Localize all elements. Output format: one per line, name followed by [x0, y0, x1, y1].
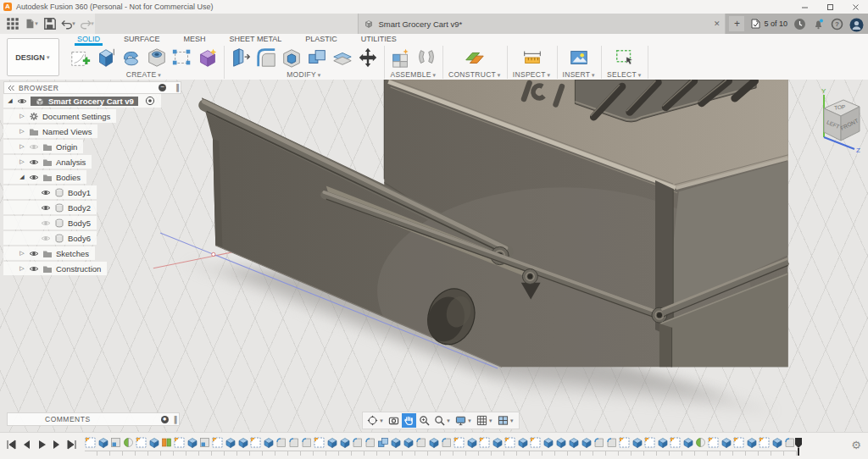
- avatar[interactable]: [849, 18, 862, 30]
- ribbon-group-label[interactable]: CREATE ▼: [126, 70, 163, 79]
- ribbon-tab-surface[interactable]: SURFACE: [121, 34, 163, 46]
- timeline-extrude-icon[interactable]: [225, 437, 236, 448]
- timeline-sketch-icon[interactable]: [733, 437, 744, 448]
- node-label[interactable]: Named Views: [42, 127, 92, 136]
- redo-icon[interactable]: ▼: [80, 16, 95, 31]
- node-label[interactable]: Body1: [68, 188, 91, 197]
- expander-closed-icon[interactable]: ▷: [19, 113, 25, 119]
- node-label[interactable]: Body5: [68, 218, 91, 228]
- expander-closed-icon[interactable]: ▷: [19, 250, 25, 257]
- timeline-fillet-icon[interactable]: [352, 437, 363, 448]
- timeline-sketch-icon[interactable]: [479, 437, 490, 448]
- nav-fit-icon[interactable]: ▼: [432, 413, 453, 428]
- visibility-eye-icon[interactable]: [41, 219, 51, 227]
- ribbon-group-label[interactable]: ASSEMBLE ▼: [390, 70, 437, 79]
- job-status[interactable]: 5 of 10: [750, 19, 787, 29]
- node[interactable]: Named Views: [29, 127, 92, 136]
- view-cube[interactable]: Y Z TOP LEFT FRONT: [805, 85, 866, 154]
- visibility-eye-icon[interactable]: [29, 174, 39, 181]
- expander-closed-icon[interactable]: ▷: [19, 143, 25, 150]
- timeline-extrude-icon[interactable]: [237, 437, 248, 448]
- timeline-mirror-icon[interactable]: [123, 437, 134, 448]
- construct-plane-icon[interactable]: [464, 47, 486, 69]
- ribbon-group-label[interactable]: MODIFY ▼: [287, 70, 322, 79]
- undo-icon[interactable]: ▼: [61, 16, 76, 31]
- browser-header[interactable]: BROWSER − ▐: [3, 81, 181, 94]
- timeline-sketch-icon[interactable]: [174, 437, 185, 448]
- clock-icon[interactable]: [793, 18, 806, 30]
- node-label[interactable]: Construction: [56, 264, 101, 274]
- ribbon-tab-sheet-metal[interactable]: SHEET METAL: [227, 34, 285, 46]
- timeline-combine-icon[interactable]: [377, 437, 388, 448]
- split-icon[interactable]: [331, 47, 353, 69]
- ribbon-group-label[interactable]: SELECT ▼: [607, 70, 643, 79]
- node[interactable]: Body2: [54, 203, 91, 213]
- timeline-extrude-icon[interactable]: [186, 437, 198, 448]
- timeline-extrude-icon[interactable]: [326, 437, 337, 448]
- new-component-icon[interactable]: [390, 47, 412, 69]
- node[interactable]: Origin: [42, 142, 77, 152]
- expander-open-icon[interactable]: ◢: [7, 97, 14, 104]
- minimize-icon[interactable]: [792, 1, 817, 14]
- combine-icon[interactable]: [306, 47, 328, 69]
- browser-row-body1[interactable]: Body1: [3, 185, 97, 199]
- timeline-skip-start-icon[interactable]: [5, 439, 17, 451]
- select-icon[interactable]: [614, 47, 636, 69]
- timeline-extrude-icon[interactable]: [746, 437, 757, 448]
- timeline-settings-gear-icon[interactable]: ⚙: [851, 440, 861, 451]
- browser-row-analysis[interactable]: ▷Analysis: [3, 155, 92, 169]
- timeline-fillet-icon[interactable]: [275, 437, 287, 448]
- expander-open-icon[interactable]: ◢: [19, 174, 25, 180]
- save-icon[interactable]: [42, 16, 58, 31]
- timeline-extrude-icon[interactable]: [581, 437, 592, 448]
- node[interactable]: Document Settings: [29, 112, 110, 121]
- node-label[interactable]: Body6: [68, 234, 91, 243]
- timeline-sketch-icon[interactable]: [85, 437, 96, 448]
- node[interactable]: Sketches: [42, 249, 89, 258]
- browser-row-origin[interactable]: ▷Origin: [3, 140, 83, 153]
- timeline-extrude-icon[interactable]: [632, 437, 643, 448]
- comments-bar[interactable]: COMMENTS ● ▐: [7, 412, 180, 426]
- timeline-sketch-icon[interactable]: [212, 437, 223, 448]
- ribbon-tab-plastic[interactable]: PLASTIC: [303, 34, 340, 46]
- node[interactable]: Analysis: [42, 158, 86, 167]
- browser-row-construction[interactable]: ▷Construction: [3, 262, 107, 275]
- timeline-extrude-icon[interactable]: [657, 437, 668, 448]
- timeline-extrude-icon[interactable]: [403, 437, 414, 448]
- activate-radio-icon[interactable]: [145, 96, 155, 106]
- selected-node[interactable]: Smart Grocery Cart v9: [31, 97, 138, 106]
- timeline-sketch-icon[interactable]: [453, 437, 465, 448]
- comments-grip[interactable]: ▐: [172, 416, 177, 423]
- ribbon-group-label[interactable]: INSERT ▼: [563, 70, 597, 79]
- help-icon[interactable]: ?: [831, 18, 843, 30]
- nav-look-at-icon[interactable]: [387, 413, 401, 428]
- timeline-sketch-icon[interactable]: [670, 437, 681, 448]
- bell-icon[interactable]: [812, 18, 825, 30]
- timeline-extrude-icon[interactable]: [555, 437, 566, 448]
- timeline-extrude-icon[interactable]: [148, 437, 159, 448]
- timeline-extrude-icon[interactable]: [721, 437, 732, 448]
- browser-row-body5[interactable]: Body5: [3, 216, 97, 230]
- browser-row-bodies[interactable]: ◢Bodies: [3, 170, 86, 184]
- timeline-extrude-icon[interactable]: [542, 437, 554, 448]
- nav-display-icon[interactable]: ▼: [453, 413, 474, 428]
- visibility-eye-icon[interactable]: [29, 143, 39, 151]
- timeline-marker[interactable]: [793, 436, 804, 456]
- node[interactable]: Body5: [54, 218, 91, 228]
- nav-viewports-icon[interactable]: ▼: [496, 413, 516, 428]
- revolve-icon[interactable]: [120, 47, 142, 69]
- visibility-eye-icon[interactable]: [29, 250, 39, 257]
- close-icon[interactable]: [843, 1, 868, 14]
- timeline-sketch-icon[interactable]: [708, 437, 719, 448]
- ribbon-group-label[interactable]: INSPECT ▼: [513, 70, 552, 79]
- timeline-fillet-icon[interactable]: [441, 437, 452, 448]
- create-form-icon[interactable]: [197, 47, 219, 69]
- node-label[interactable]: Bodies: [56, 173, 81, 182]
- joint-icon[interactable]: [415, 47, 437, 69]
- timeline-extrude-icon[interactable]: [771, 437, 782, 448]
- timeline-step-forward-icon[interactable]: [51, 439, 63, 451]
- timeline-extrude-icon[interactable]: [263, 437, 274, 448]
- browser-row-body6[interactable]: Body6: [3, 231, 97, 245]
- visibility-eye-icon[interactable]: [29, 158, 39, 166]
- maximize-icon[interactable]: [817, 1, 843, 14]
